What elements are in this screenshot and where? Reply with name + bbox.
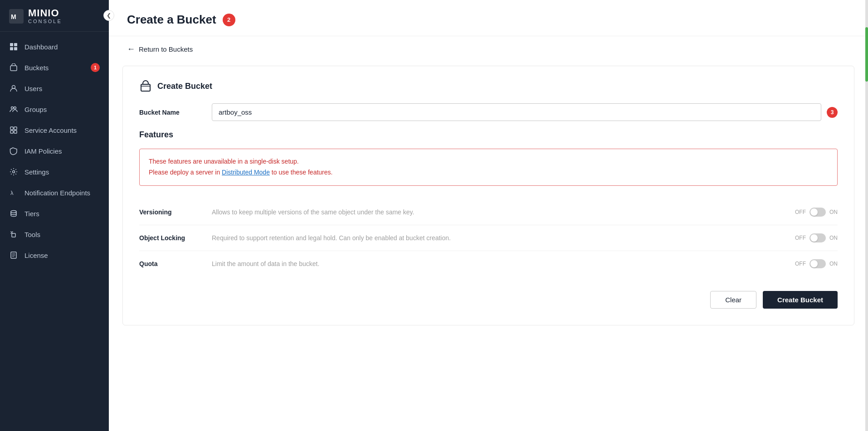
sidebar-item-users[interactable]: Users bbox=[0, 78, 109, 99]
nav-items: Dashboard Buckets 1 Users bbox=[0, 32, 109, 431]
svg-text:M: M bbox=[11, 13, 16, 20]
quota-toggle: OFF ON bbox=[795, 259, 838, 268]
svg-rect-13 bbox=[14, 131, 17, 133]
svg-rect-3 bbox=[14, 43, 17, 46]
dashboard-icon bbox=[9, 42, 18, 51]
quota-off-label: OFF bbox=[795, 261, 806, 267]
svg-rect-17 bbox=[12, 233, 15, 237]
quota-desc: Limit the amount of data in the bucket. bbox=[212, 259, 786, 267]
group-icon bbox=[9, 105, 18, 114]
object-locking-off-label: OFF bbox=[795, 235, 806, 241]
shield-icon bbox=[9, 146, 18, 155]
sidebar-item-label: Dashboard bbox=[24, 43, 58, 51]
svg-rect-2 bbox=[10, 43, 13, 46]
page-title: Create a Bucket bbox=[127, 13, 216, 27]
svg-rect-10 bbox=[10, 127, 13, 130]
object-locking-feature-row: Object Locking Required to support reten… bbox=[139, 225, 838, 251]
page-header: Create a Bucket 2 bbox=[109, 0, 868, 36]
versioning-toggle-track[interactable] bbox=[809, 208, 826, 217]
sidebar-item-service-accounts[interactable]: Service Accounts bbox=[0, 120, 109, 140]
features-list: Versioning Allows to keep multiple versi… bbox=[139, 199, 838, 276]
quota-feature-row: Quota Limit the amount of data in the bu… bbox=[139, 251, 838, 276]
bucket-name-badge: 3 bbox=[827, 107, 838, 118]
distributed-mode-link[interactable]: Distributed Mode bbox=[222, 169, 270, 176]
sidebar-item-license[interactable]: License bbox=[0, 245, 109, 266]
buckets-badge: 1 bbox=[91, 63, 100, 72]
sidebar-item-label: Notification Endpoints bbox=[24, 189, 90, 197]
create-bucket-button[interactable]: Create Bucket bbox=[763, 291, 838, 309]
sidebar-item-label: IAM Policies bbox=[24, 147, 62, 155]
versioning-toggle: OFF ON bbox=[795, 208, 838, 217]
versioning-label: Versioning bbox=[139, 208, 212, 216]
minio-logo-icon: M bbox=[9, 9, 24, 24]
versioning-on-label: ON bbox=[829, 209, 838, 215]
object-locking-label: Object Locking bbox=[139, 233, 212, 242]
warning-box: These features are unavailable in a sing… bbox=[139, 149, 838, 186]
scrollbar[interactable] bbox=[865, 0, 868, 431]
main-content: Create a Bucket 2 ← Return to Buckets Cr… bbox=[109, 0, 868, 431]
sidebar-item-label: Buckets bbox=[24, 64, 49, 72]
sidebar-item-iam-policies[interactable]: IAM Policies bbox=[0, 140, 109, 161]
sidebar-item-dashboard[interactable]: Dashboard bbox=[0, 36, 109, 57]
quota-on-label: ON bbox=[829, 261, 838, 267]
back-link-label: Return to Buckets bbox=[139, 45, 193, 53]
svg-point-14 bbox=[13, 171, 15, 173]
card-title: Create Bucket bbox=[157, 82, 212, 91]
sidebar-item-tools[interactable]: Tools bbox=[0, 224, 109, 245]
svg-text:λ: λ bbox=[10, 189, 14, 196]
sidebar-item-tiers[interactable]: Tiers bbox=[0, 203, 109, 224]
clear-button[interactable]: Clear bbox=[710, 291, 756, 309]
svg-rect-4 bbox=[10, 47, 13, 50]
tiers-icon bbox=[9, 209, 18, 218]
sidebar-item-buckets[interactable]: Buckets 1 bbox=[0, 57, 109, 78]
svg-rect-19 bbox=[141, 84, 150, 91]
object-locking-desc: Required to support retention and legal … bbox=[212, 233, 786, 242]
quota-toggle-thumb bbox=[810, 260, 818, 267]
svg-rect-5 bbox=[14, 47, 17, 50]
sidebar-item-label: Tiers bbox=[24, 210, 39, 218]
warning-line1: These features are unavailable in a sing… bbox=[149, 158, 299, 165]
quota-toggle-track[interactable] bbox=[809, 259, 826, 268]
back-arrow-icon: ← bbox=[127, 44, 135, 54]
warning-line2-post: to use these features. bbox=[270, 169, 333, 176]
gear-icon bbox=[9, 167, 18, 176]
sidebar-item-settings[interactable]: Settings bbox=[0, 161, 109, 182]
scrollbar-thumb bbox=[865, 27, 868, 82]
object-locking-toggle-thumb bbox=[810, 234, 818, 242]
sidebar-collapse-button[interactable]: ❮ bbox=[103, 10, 114, 21]
sidebar-item-label: Service Accounts bbox=[24, 126, 77, 134]
bucket-name-input[interactable] bbox=[212, 103, 821, 121]
versioning-desc: Allows to keep multiple versions of the … bbox=[212, 208, 786, 216]
object-locking-on-label: ON bbox=[829, 235, 838, 241]
sidebar-item-label: Users bbox=[24, 85, 42, 92]
service-accounts-icon bbox=[9, 126, 18, 135]
quota-label: Quota bbox=[139, 259, 212, 267]
svg-rect-6 bbox=[10, 66, 17, 71]
features-title: Features bbox=[139, 130, 838, 140]
page-badge: 2 bbox=[223, 14, 235, 26]
sidebar-item-label: Tools bbox=[24, 231, 40, 238]
logo-console: CONSOLE bbox=[28, 19, 62, 24]
bucket-name-label: Bucket Name bbox=[139, 109, 212, 116]
user-icon bbox=[9, 84, 18, 93]
svg-rect-11 bbox=[14, 127, 17, 130]
card-header: Create Bucket bbox=[139, 80, 838, 92]
sidebar-item-label: License bbox=[24, 252, 48, 259]
bucket-icon bbox=[9, 63, 18, 72]
sidebar-item-groups[interactable]: Groups bbox=[0, 99, 109, 120]
svg-point-9 bbox=[14, 107, 16, 109]
sidebar-item-label: Settings bbox=[24, 168, 49, 176]
svg-rect-12 bbox=[10, 131, 13, 133]
versioning-toggle-thumb bbox=[810, 208, 818, 216]
back-link[interactable]: ← Return to Buckets bbox=[109, 36, 868, 58]
license-icon bbox=[9, 251, 18, 260]
sidebar-item-label: Groups bbox=[24, 106, 47, 113]
sidebar: M MINIO CONSOLE ❮ Dashboard bbox=[0, 0, 109, 431]
create-bucket-card: Create Bucket Bucket Name 3 Features The… bbox=[122, 66, 854, 325]
bucket-name-row: Bucket Name 3 bbox=[139, 103, 838, 121]
tools-icon bbox=[9, 230, 18, 239]
sidebar-item-notification-endpoints[interactable]: λ Notification Endpoints bbox=[0, 182, 109, 203]
warning-line2-pre: Please deploy a server in bbox=[149, 169, 222, 176]
object-locking-toggle-track[interactable] bbox=[809, 233, 826, 242]
versioning-off-label: OFF bbox=[795, 209, 806, 215]
